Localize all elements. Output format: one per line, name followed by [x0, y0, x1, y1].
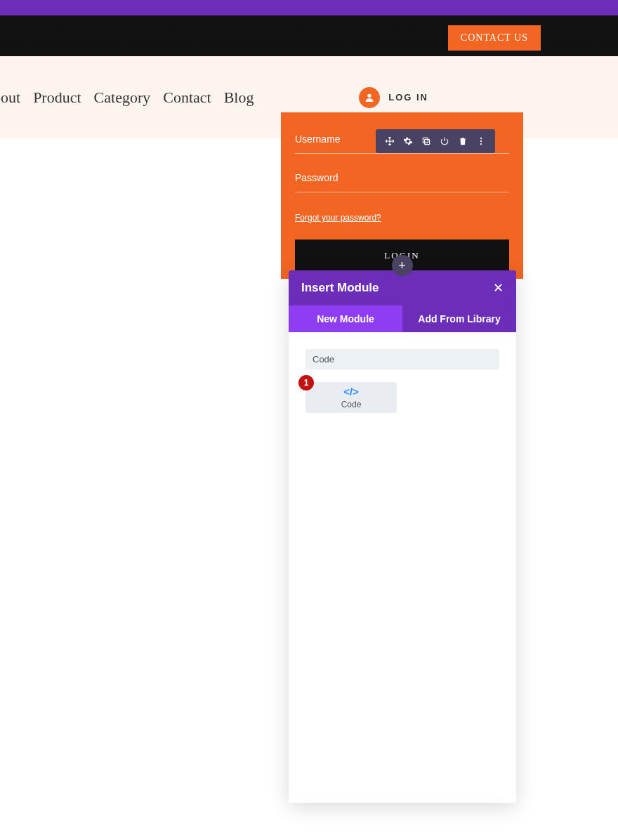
module-grid: 1 </> Code: [305, 382, 499, 413]
tab-new-module[interactable]: New Module: [289, 306, 402, 332]
trash-icon[interactable]: [457, 136, 468, 147]
gear-icon[interactable]: [402, 136, 414, 147]
move-icon[interactable]: [384, 136, 395, 147]
power-icon[interactable]: [439, 136, 450, 147]
nav-links: bout Product Category Contact Blog: [0, 88, 254, 107]
user-icon: [359, 87, 380, 108]
insert-module-modal: Insert Module ✕ New Module Add From Libr…: [289, 270, 516, 803]
modal-title: Insert Module: [301, 281, 379, 295]
module-label: Code: [341, 400, 362, 409]
nav-item-contact[interactable]: Contact: [163, 88, 211, 107]
svg-point-4: [480, 140, 482, 142]
purple-top-bar: [0, 0, 618, 15]
close-icon[interactable]: ✕: [493, 282, 504, 294]
duplicate-icon[interactable]: [421, 136, 432, 147]
code-icon: </>: [343, 386, 359, 398]
step-badge: 1: [298, 375, 314, 391]
login-link[interactable]: LOG IN: [359, 87, 428, 108]
nav-item-category[interactable]: Category: [94, 88, 151, 107]
module-toolbar: [376, 129, 495, 153]
svg-rect-1: [425, 140, 430, 145]
modal-body: 1 </> Code: [289, 332, 516, 803]
module-code[interactable]: 1 </> Code: [305, 382, 397, 413]
password-input[interactable]: [295, 192, 509, 192]
svg-point-0: [368, 93, 372, 97]
svg-rect-2: [423, 138, 428, 143]
nav-item-blog[interactable]: Blog: [224, 88, 254, 107]
password-label: Password: [295, 172, 509, 183]
svg-point-3: [480, 138, 482, 139]
forgot-password-link[interactable]: Forgot your password?: [295, 213, 381, 223]
more-icon[interactable]: [475, 136, 487, 147]
nav-item-product[interactable]: Product: [33, 88, 81, 107]
modal-tabs: New Module Add From Library: [289, 306, 516, 332]
nav-item-about[interactable]: bout: [0, 88, 20, 107]
add-module-button[interactable]: +: [392, 255, 413, 276]
login-panel: Username Password Forgot your password? …: [281, 112, 523, 279]
login-label: LOG IN: [388, 92, 428, 103]
module-search-input[interactable]: [305, 349, 499, 369]
tab-add-from-library[interactable]: Add From Library: [402, 306, 516, 332]
svg-point-5: [480, 143, 482, 145]
top-dark-bar: CONTACT US: [0, 15, 618, 56]
contact-us-button[interactable]: CONTACT US: [448, 25, 541, 51]
username-input[interactable]: [295, 153, 509, 154]
